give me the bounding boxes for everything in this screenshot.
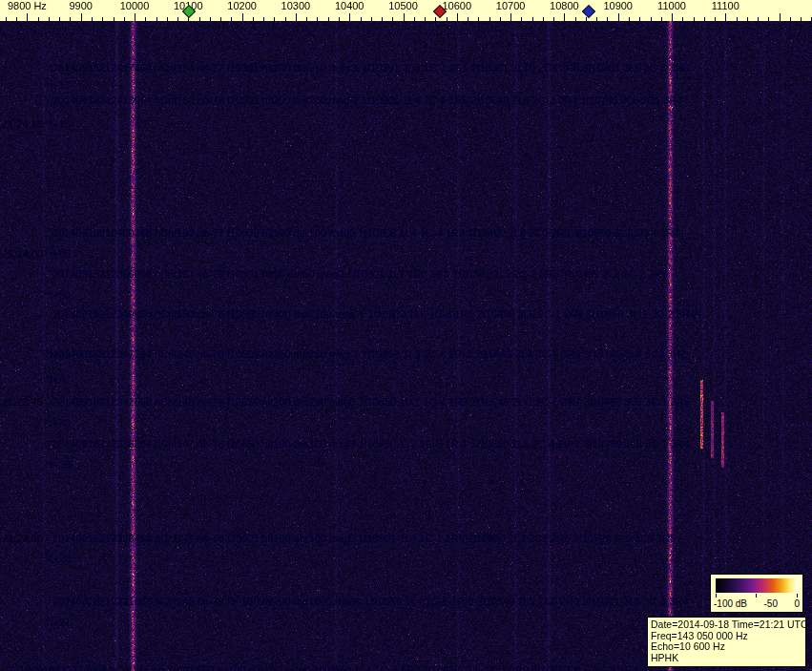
freq-tick — [500, 17, 501, 21]
freq-tick — [596, 17, 597, 21]
legend-label-max: 0 — [794, 598, 800, 609]
legend-label-mid: -50 — [764, 598, 778, 609]
freq-axis-label: 10300 — [281, 0, 311, 12]
color-scale-gradient — [716, 578, 798, 593]
freq-tick — [317, 17, 318, 21]
freq-tick — [231, 17, 232, 21]
freq-tick — [532, 17, 533, 21]
freq-tick — [521, 17, 522, 21]
freq-tick — [124, 17, 125, 21]
status-info-box: Date=2014-09-18 Time=21:21 UTC Freq=143 … — [647, 617, 806, 667]
freq-tick — [564, 13, 565, 21]
spectrogram-canvas — [0, 21, 812, 671]
freq-tick — [220, 17, 221, 21]
freq-tick — [177, 17, 178, 21]
freq-tick — [253, 17, 254, 21]
freq-axis-label: 9900 — [69, 0, 92, 12]
freq-axis-label: 10000 — [120, 0, 150, 12]
freq-axis-label: 10400 — [335, 0, 364, 12]
freq-axis-label: 9800 Hz — [8, 0, 47, 12]
freq-tick — [435, 17, 436, 21]
frequency-ruler[interactable]: 9800 Hz990010000101001020010300104001050… — [0, 0, 812, 21]
freq-tick — [16, 17, 17, 21]
freq-tick — [361, 17, 362, 21]
freq-tick — [392, 17, 393, 21]
freq-tick — [682, 17, 683, 21]
info-echo-frequency: Echo=10 600 Hz — [651, 641, 802, 653]
freq-tick — [758, 17, 759, 21]
freq-tick — [478, 17, 479, 21]
freq-tick — [425, 17, 426, 21]
freq-tick — [629, 17, 630, 21]
freq-tick — [371, 17, 372, 21]
freq-tick — [339, 17, 340, 21]
freq-tick — [328, 17, 329, 21]
freq-tick — [404, 13, 405, 21]
freq-tick — [575, 17, 576, 21]
freq-tick — [263, 17, 264, 21]
freq-tick — [49, 17, 50, 21]
info-station-id: HPHK — [651, 653, 802, 664]
freq-tick — [156, 17, 157, 21]
freq-axis-label: 10900 — [603, 0, 633, 12]
legend-labels: -100 dB -50 0 — [711, 598, 802, 609]
freq-tick — [38, 17, 39, 21]
freq-tick — [285, 17, 286, 21]
freq-tick — [747, 17, 748, 21]
freq-tick — [59, 17, 60, 21]
spectrogram-window: 9800 Hz990010000101001020010300104001050… — [0, 0, 812, 671]
freq-tick — [790, 17, 791, 21]
freq-tick — [715, 17, 716, 21]
legend-label-min: -100 dB — [714, 598, 747, 609]
freq-tick — [661, 17, 662, 21]
freq-axis-label: 11100 — [712, 0, 739, 12]
freq-tick — [704, 17, 705, 21]
freq-tick — [725, 13, 726, 21]
freq-marker-blue[interactable] — [582, 5, 595, 18]
freq-axis-label: 10200 — [227, 0, 257, 12]
freq-tick — [382, 17, 383, 21]
legend-tick-mid — [756, 594, 757, 598]
freq-tick — [242, 13, 243, 21]
freq-tick — [618, 13, 619, 21]
color-scale-legend: -100 dB -50 0 — [710, 574, 803, 613]
freq-tick — [672, 13, 673, 21]
freq-tick — [468, 17, 468, 21]
freq-tick — [651, 17, 652, 21]
freq-tick — [639, 17, 640, 21]
freq-tick — [768, 17, 769, 21]
freq-axis-label: 10800 — [550, 0, 579, 12]
freq-tick — [306, 17, 307, 21]
freq-tick — [70, 17, 71, 21]
freq-axis-label: 11000 — [657, 0, 686, 12]
freq-tick — [274, 17, 275, 21]
freq-tick — [199, 17, 200, 21]
freq-tick — [489, 17, 490, 21]
freq-tick — [801, 17, 802, 21]
freq-tick — [586, 17, 587, 21]
freq-tick — [780, 13, 781, 21]
freq-tick — [543, 17, 544, 21]
freq-tick — [447, 17, 448, 21]
freq-tick — [6, 17, 7, 21]
legend-tick-min — [716, 594, 717, 598]
freq-tick — [167, 17, 168, 21]
freq-tick — [135, 13, 135, 21]
freq-tick — [457, 13, 458, 21]
info-date-time: Date=2014-09-18 Time=21:21 UTC — [651, 619, 802, 631]
freq-tick — [145, 17, 146, 21]
legend-tick-max — [797, 594, 798, 598]
freq-tick — [210, 17, 211, 21]
freq-tick — [694, 17, 695, 21]
freq-tick — [102, 17, 103, 21]
freq-tick — [27, 13, 28, 21]
freq-axis-label: 10700 — [496, 0, 526, 12]
freq-tick — [553, 17, 554, 21]
freq-tick — [349, 13, 350, 21]
freq-tick — [296, 13, 297, 21]
freq-tick — [81, 13, 82, 21]
freq-tick — [92, 17, 93, 21]
freq-tick — [737, 17, 738, 21]
freq-tick — [607, 17, 608, 21]
freq-tick — [114, 17, 115, 21]
